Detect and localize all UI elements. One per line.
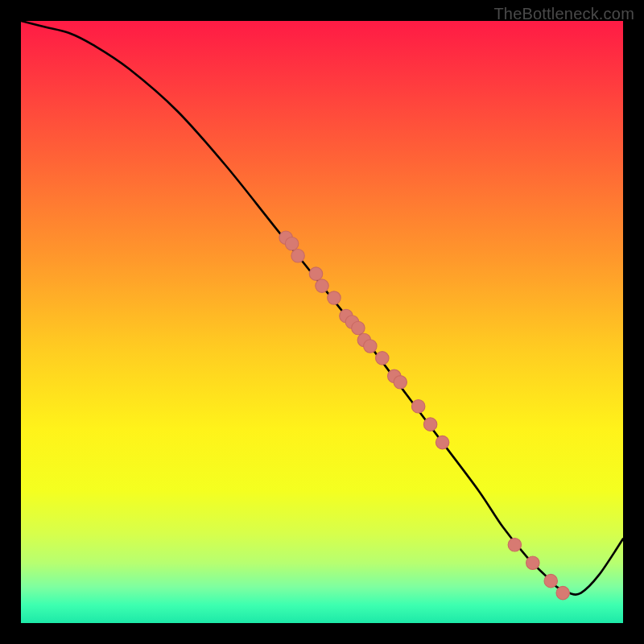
watermark-text: TheBottleneck.com [493,5,634,23]
data-point [364,340,377,353]
chart-frame: TheBottleneck.com [0,0,644,644]
data-point [423,418,436,431]
main-curve [21,21,623,595]
data-point [411,399,424,412]
scatter-points [279,231,570,600]
data-point [309,267,322,280]
data-point [436,436,448,448]
data-point [508,539,521,551]
curve-layer [21,21,623,623]
data-point [556,586,569,599]
data-point [285,237,298,250]
data-point [328,291,341,304]
data-point [316,279,328,292]
data-point [352,321,365,334]
data-point [291,249,304,262]
plot-area [21,21,623,623]
data-point [394,376,407,389]
data-point [526,556,539,569]
data-point [544,574,557,587]
data-point [376,352,389,365]
